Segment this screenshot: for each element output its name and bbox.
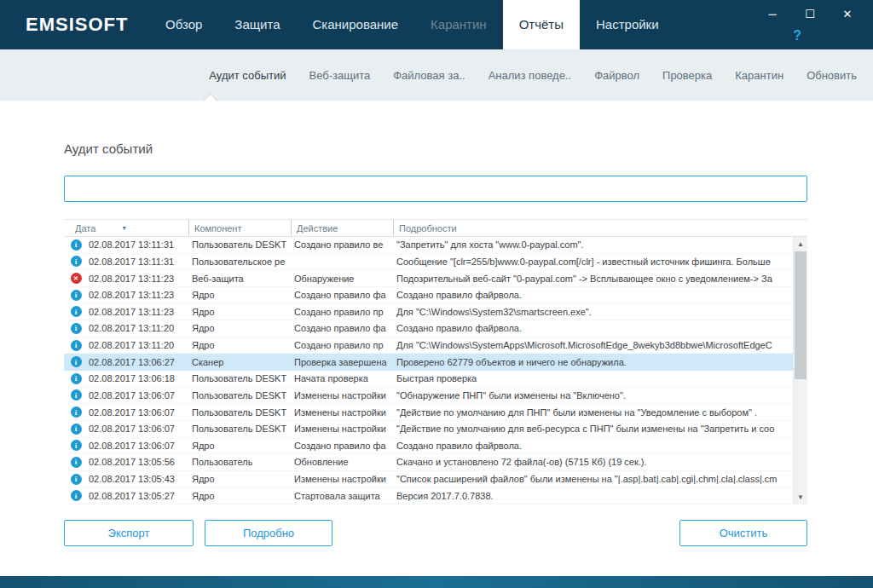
cell-action: Создано правило ве — [291, 239, 393, 250]
sub-nav-item[interactable]: Карантин — [735, 69, 783, 82]
table-row[interactable]: i02.08.2017 13:11:31Пользовательское реС… — [64, 254, 793, 271]
cell-date: 02.08.2017 13:06:07 — [88, 407, 188, 418]
info-icon: i — [71, 356, 82, 367]
vertical-scrollbar[interactable]: ▲ ▼ — [793, 237, 807, 504]
maximize-button[interactable]: ☐ — [791, 3, 829, 26]
column-header-details[interactable]: Подробности — [393, 220, 807, 236]
table-row[interactable]: i02.08.2017 13:05:56ПользовательОбновлен… — [64, 454, 793, 471]
main-nav-item[interactable]: Отчёты — [503, 0, 580, 49]
title-bar: EMSISOFT ОбзорЗащитаСканированиеКарантин… — [0, 0, 873, 49]
main-nav-item[interactable]: Сканирование — [297, 0, 415, 49]
sub-nav-item[interactable]: Веб-защита — [309, 69, 371, 82]
sub-nav-item[interactable]: Аудит событий — [209, 69, 286, 82]
cell-action: Обновление — [291, 457, 393, 467]
main-nav-item[interactable]: Обзор — [149, 0, 218, 49]
cell-action: Стартовала защита — [291, 491, 393, 501]
main-nav: ОбзорЗащитаСканированиеКарантинОтчётыНас… — [149, 0, 675, 49]
cell-icon: i — [64, 290, 88, 301]
info-icon: i — [71, 389, 82, 401]
main-nav-item[interactable]: Настройки — [580, 0, 675, 49]
table-row[interactable]: i02.08.2017 13:11:23ЯдроСоздано правило … — [64, 287, 793, 304]
cell-details: "Список расширений файлов" были изменены… — [393, 474, 793, 484]
info-icon: i — [71, 474, 82, 485]
column-header-action[interactable]: Действие — [291, 220, 393, 236]
scroll-down-icon[interactable]: ▼ — [794, 490, 807, 504]
cell-details: "Обнаружение ПНП" были изменены на "Вклю… — [393, 390, 793, 401]
table-row[interactable]: i02.08.2017 13:11:20ЯдроСоздано правило … — [64, 337, 793, 355]
info-icon: i — [71, 373, 82, 384]
cell-component: Пользователь DESKT — [188, 407, 291, 418]
close-button[interactable]: ✕ — [829, 3, 866, 26]
cell-action: Изменены настройки — [291, 474, 393, 484]
cell-action: Создано правило фа — [291, 441, 393, 451]
table-row[interactable]: ✕02.08.2017 13:11:23Веб-защитаОбнаружени… — [64, 270, 793, 287]
scroll-up-icon[interactable]: ▲ — [794, 237, 807, 251]
cell-details: "Действие по умолчанию для ПНП" были изм… — [393, 407, 793, 418]
table-row[interactable]: i02.08.2017 13:11:31Пользователь DESKTСо… — [64, 237, 793, 254]
cell-icon: i — [64, 306, 88, 317]
minimize-button[interactable]: ─ — [754, 3, 791, 26]
sub-nav-item[interactable]: Файловая за.. — [393, 69, 465, 82]
cell-icon: i — [64, 389, 88, 401]
table-row[interactable]: i02.08.2017 13:06:07Пользователь DESKTИз… — [64, 404, 793, 421]
cell-action: Создано правило пр — [291, 340, 393, 350]
cell-date: 02.08.2017 13:06:18 — [88, 373, 188, 383]
clear-button[interactable]: Очистить — [679, 520, 807, 546]
cell-component: Пользователь DESKT — [188, 373, 291, 383]
column-header-component[interactable]: Компонент — [188, 220, 291, 236]
cell-icon: i — [64, 239, 88, 251]
table-row[interactable]: i02.08.2017 13:06:07Пользователь DESKTИз… — [64, 421, 793, 438]
details-button[interactable]: Подробно — [205, 520, 332, 546]
table-row[interactable]: i02.08.2017 13:06:07Пользователь DESKTИз… — [64, 388, 793, 405]
cell-component: Веб-защита — [188, 274, 291, 284]
info-icon: i — [71, 457, 82, 468]
cell-icon: i — [64, 457, 88, 468]
table-row[interactable]: i02.08.2017 13:05:43ЯдроИзменены настрой… — [64, 471, 793, 488]
sub-nav-item[interactable]: Проверка — [662, 69, 712, 82]
table-row[interactable]: i02.08.2017 13:05:27ЯдроСтартовала защит… — [64, 487, 793, 504]
cell-action: Создано правило пр — [291, 307, 393, 317]
column-header-date[interactable]: Дата ▼ — [64, 220, 188, 236]
help-icon[interactable]: ? — [793, 28, 801, 43]
table-row[interactable]: i02.08.2017 13:11:23ЯдроСоздано правило … — [64, 304, 793, 321]
cell-details: Быстрая проверка — [393, 373, 793, 383]
table-row[interactable]: i02.08.2017 13:06:18Пользователь DESKTНа… — [64, 371, 793, 388]
cell-component: Сканер — [188, 357, 291, 367]
cell-details: Для "C:\Windows\System32\smartscreen.exe… — [393, 307, 793, 317]
sort-desc-icon: ▼ — [121, 225, 127, 231]
column-label-action: Действие — [297, 223, 338, 233]
error-icon: ✕ — [71, 273, 82, 284]
info-icon: i — [71, 424, 82, 435]
info-icon: i — [71, 440, 82, 451]
table-row[interactable]: i02.08.2017 13:06:27СканерПроверка завер… — [64, 354, 793, 371]
main-nav-item[interactable]: Защита — [218, 0, 296, 49]
cell-icon: i — [64, 373, 88, 384]
sub-nav-item[interactable]: Обновить — [807, 69, 857, 82]
cell-component: Пользовательское ре — [188, 257, 291, 267]
info-icon: i — [71, 323, 82, 334]
cell-date: 02.08.2017 13:11:31 — [88, 239, 188, 250]
table-row[interactable]: i02.08.2017 13:06:07ЯдроСоздано правило … — [64, 438, 793, 455]
sub-nav-item[interactable]: Анализ поведе.. — [489, 69, 572, 82]
table-row[interactable]: i02.08.2017 13:11:20ЯдроСоздано правило … — [64, 320, 793, 337]
cell-component: Ядро — [188, 474, 291, 484]
scrollbar-thumb[interactable] — [795, 251, 807, 379]
cell-details: Создано правило файрвола. — [393, 290, 793, 300]
cell-component: Пользователь DESKT — [188, 239, 291, 250]
cell-icon: i — [64, 356, 88, 367]
main-nav-item: Карантин — [414, 0, 503, 49]
cell-date: 02.08.2017 13:11:23 — [88, 307, 188, 317]
cell-date: 02.08.2017 13:06:07 — [88, 424, 188, 434]
sub-nav: Аудит событийВеб-защитаФайловая за..Анал… — [0, 49, 873, 101]
search-input[interactable] — [64, 176, 807, 202]
cell-icon: i — [64, 440, 88, 451]
column-label-date: Дата — [75, 223, 95, 233]
info-icon: i — [71, 406, 82, 418]
info-icon: i — [71, 290, 82, 301]
sub-nav-item[interactable]: Файрвол — [594, 69, 639, 82]
page-title: Аудит событий — [64, 141, 153, 156]
cell-details: Скачано и установлено 72 файла(-ов) (571… — [393, 457, 793, 467]
cell-action: Изменены настройки — [291, 407, 393, 418]
export-button[interactable]: Экспорт — [64, 520, 194, 546]
cell-date: 02.08.2017 13:11:23 — [88, 290, 188, 300]
